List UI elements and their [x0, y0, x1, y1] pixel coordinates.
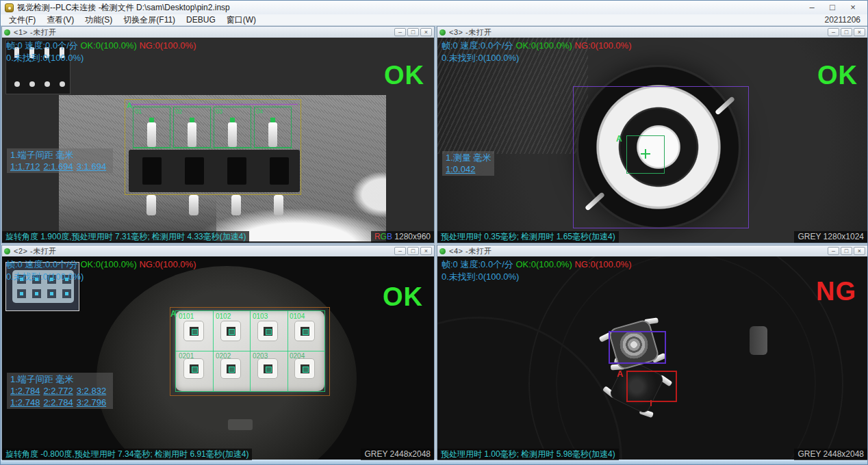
- pin: [189, 195, 199, 215]
- pin: [146, 195, 156, 215]
- ng-stat: NG:0(100.0%): [139, 40, 196, 51]
- roi-label: 0201: [179, 352, 194, 360]
- connector-hole: [47, 289, 56, 298]
- measurement-title: 1.端子间距 毫米: [10, 373, 110, 385]
- image-format: RGB 1280x960: [371, 231, 434, 243]
- menu-window[interactable]: 窗口(W): [221, 14, 261, 26]
- roi-label: 0101: [179, 313, 194, 320]
- maximize-button[interactable]: □: [822, 1, 843, 14]
- measurement-title: 1.端子间距 毫米: [10, 149, 110, 161]
- menu-function[interactable]: 功能(S): [79, 14, 118, 26]
- menu-view[interactable]: 查看(V): [41, 14, 79, 26]
- measurement-block: 1.测量 毫米 1:0.042: [442, 151, 494, 176]
- stats-line1: 帧:0 速度:0.0个/分 OK:0(100.0%) NG:0(100.0%): [442, 40, 631, 52]
- panel4-camera-view[interactable]: A 帧:0 速度:0.0个/分 OK:0(100.0%) NG:0(100.0%…: [437, 256, 867, 460]
- measurement-block: 1.端子间距 毫米 1:1.7122:1.6943:1.694: [7, 148, 113, 173]
- red-tick: [650, 400, 652, 406]
- detection-line-purple: [128, 104, 298, 105]
- axis-speed-stat: 帧:0 速度:0.0个/分: [6, 259, 78, 269]
- ok-stat: OK:0(100.0%): [80, 40, 136, 51]
- ng-stat: NG:0(100.0%): [574, 259, 631, 269]
- timing-status: 旋转角度 1.900度,预处理用时 7.31毫秒; 检测用时 4.33毫秒(加速…: [2, 231, 249, 243]
- camera-panel-2: <2> -未打开 – □ × 0101 0102 0103 0104 0201 …: [1, 245, 435, 461]
- close-button[interactable]: ×: [843, 1, 863, 14]
- panel1-titlebar[interactable]: <1> -未打开 – □ ×: [2, 27, 434, 38]
- notfound-stat: 0.未找到:0(100.0%): [6, 271, 84, 283]
- result-badge: OK: [383, 282, 423, 312]
- detection-rect-yellow: [125, 99, 301, 195]
- panel3-titlebar[interactable]: <3> -未打开 – □ ×: [437, 27, 867, 38]
- panel4-minimize-button[interactable]: –: [828, 247, 839, 255]
- app-window: 视觉检测--PLC未连接 -检测文件 D:\sam\Desktop\pin2.i…: [0, 0, 868, 465]
- axis-speed-stat: 帧:0 速度:0.0个/分: [442, 40, 513, 51]
- measurement-row: 1:0.042: [446, 163, 491, 175]
- panel2-close-button[interactable]: ×: [420, 247, 432, 255]
- measurement-value: 2:2.784: [43, 397, 73, 408]
- panel2-title: <2> -未打开: [14, 246, 393, 256]
- measurement-row: 1:2.7842:2.7723:2.832: [10, 385, 110, 397]
- notfound-stat: 0.未找到:0(100.0%): [6, 52, 84, 64]
- measurement-value: 2:2.772: [43, 386, 73, 396]
- crosshair-marker: [641, 149, 650, 159]
- taskbar-strip: [1, 460, 867, 464]
- panel4-titlebar[interactable]: <4> -未打开 – □ ×: [437, 245, 867, 256]
- measurement-title: 1.测量 毫米: [446, 152, 491, 163]
- panel2-restore-button[interactable]: □: [407, 247, 419, 255]
- panel2-camera-view[interactable]: 0101 0102 0103 0104 0201 0202 0203 0204 …: [2, 256, 434, 460]
- panel2-titlebar[interactable]: <2> -未打开 – □ ×: [2, 245, 434, 256]
- panel1-restore-button[interactable]: □: [407, 28, 419, 36]
- image-format: GREY: [797, 449, 821, 459]
- notfound-stat: 0.未找到:0(100.0%): [442, 52, 519, 64]
- roi-label: 0203: [253, 352, 268, 360]
- result-badge: OK: [384, 61, 424, 90]
- stats-line1: 帧:0 速度:0.0个/分 OK:0(100.0%) NG:0(100.0%): [6, 40, 196, 52]
- axis-speed-stat: 帧:0 速度:0.0个/分: [6, 40, 78, 51]
- result-badge: NG: [816, 277, 856, 306]
- panel4-close-button[interactable]: ×: [854, 247, 865, 255]
- image-resolution: 1280x960: [394, 232, 431, 241]
- camera-status-icon: [4, 29, 10, 36]
- date-label: 20211206: [825, 15, 865, 25]
- pin: [231, 195, 241, 215]
- minimize-button[interactable]: –: [802, 1, 822, 14]
- roi-tag-label: A: [170, 309, 177, 319]
- timing-status: 预处理用时 1.00毫秒; 检测用时 5.98毫秒(加速4): [437, 449, 619, 460]
- measurement-value: 2:1.694: [43, 161, 73, 172]
- camera-panel-1: <1> -未打开 – □ × A 01 02 03 04: [1, 26, 435, 243]
- result-badge: OK: [817, 61, 858, 90]
- panel3-close-button[interactable]: ×: [854, 28, 865, 36]
- measurement-value: 1:2.784: [10, 386, 40, 396]
- title-bar[interactable]: 视觉检测--PLC未连接 -检测文件 D:\sam\Desktop\pin2.i…: [1, 1, 867, 14]
- notfound-stat: 0.未找到:0(100.0%): [442, 271, 519, 283]
- panel1-camera-view[interactable]: A 01 02 03 04: [2, 38, 434, 243]
- panel4-restore-button[interactable]: □: [841, 247, 852, 255]
- stats-line1: 帧:0 速度:0.0个/分 OK:0(100.0%) NG:0(100.0%): [442, 258, 631, 271]
- detection-rect-red: [626, 371, 677, 402]
- roi-label: 0103: [253, 313, 268, 320]
- panel3-restore-button[interactable]: □: [841, 28, 852, 36]
- measurement-row: 1:1.7122:1.6943:1.694: [10, 161, 110, 172]
- panel1-minimize-button[interactable]: –: [394, 28, 406, 36]
- panel1-statusbar: 旋转角度 1.900度,预处理用时 7.31毫秒; 检测用时 4.33毫秒(加速…: [2, 231, 434, 243]
- menu-bar: 文件(F) 查看(V) 功能(S) 切换全屏(F11) DEBUG 窗口(W) …: [1, 14, 867, 26]
- menu-debug[interactable]: DEBUG: [181, 15, 221, 25]
- connector-hole: [62, 289, 71, 298]
- image-resolution: 2448x2048: [390, 449, 431, 459]
- ng-stat: NG:0(100.0%): [139, 259, 196, 269]
- panel3-minimize-button[interactable]: –: [828, 28, 839, 36]
- measurement-value: 1:0.042: [446, 164, 475, 174]
- menu-fullscreen[interactable]: 切换全屏(F11): [118, 14, 181, 26]
- detection-line-green: [133, 148, 292, 148]
- app-icon: [5, 3, 14, 12]
- measurement-row: 1:2.7482:2.7843:2.796: [10, 397, 110, 408]
- measurement-value: 1:1.712: [10, 161, 40, 172]
- panel3-camera-view[interactable]: A 帧:0 速度:0.0个/分 OK:0(100.0%) NG:0(100.0%…: [437, 38, 867, 243]
- connector-hole: [17, 289, 26, 298]
- menu-file[interactable]: 文件(F): [3, 14, 41, 26]
- panel3-title: <3> -未打开: [449, 27, 826, 38]
- measurement-value: 1:2.748: [10, 397, 40, 408]
- detection-rect-purple: [609, 331, 666, 364]
- panel2-minimize-button[interactable]: –: [394, 247, 406, 255]
- panel1-close-button[interactable]: ×: [420, 28, 432, 36]
- ng-stat: NG:0(100.0%): [574, 40, 631, 51]
